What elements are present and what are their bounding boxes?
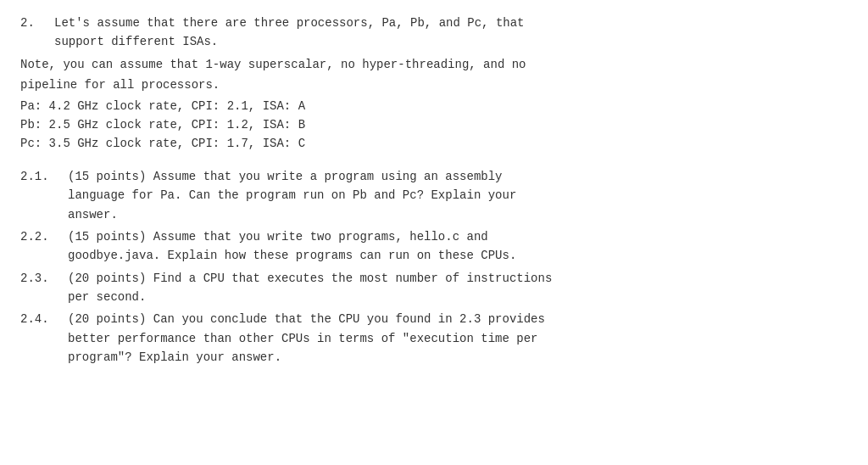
question-2-4: 2.4. (20 points) Can you conclude that t… [20,310,834,367]
q22-number: 2.2. [20,227,68,266]
q24-text: (20 points) Can you conclude that the CP… [68,310,834,367]
note-line1: Note, you can assume that 1-way supersca… [20,55,834,74]
q22-text: (15 points) Assume that you write two pr… [68,227,834,266]
q24-line1: (20 points) Can you conclude that the CP… [68,310,834,328]
q21-number: 2.1. [20,167,68,224]
q21-line2: language for Pa. Can the program run on … [68,186,834,204]
q21-text: (15 points) Assume that you write a prog… [68,167,834,224]
q21-line1: (15 points) Assume that you write a prog… [68,167,834,186]
question-2-3: 2.3. (20 points) Find a CPU that execute… [20,269,834,307]
q22-line1: (15 points) Assume that you write two pr… [68,227,834,246]
q24-line3: program"? Explain your answer. [68,348,834,367]
question-2-1: 2.1. (15 points) Assume that you write a… [20,167,834,224]
q23-text: (20 points) Find a CPU that executes the… [68,269,834,307]
processor-specs: Pa: 4.2 GHz clock rate, CPI: 2.1, ISA: A… [20,97,834,154]
note-line2: pipeline for all processors. [20,76,834,94]
q24-number: 2.4. [20,310,68,367]
q22-line2: goodbye.java. Explain how these programs… [68,246,834,265]
q23-line2: per second. [68,288,834,306]
processor-pc: Pc: 3.5 GHz clock rate, CPI: 1.7, ISA: C [20,134,834,153]
q2-text: Let's assume that there are three proces… [54,14,834,52]
processor-pb: Pb: 2.5 GHz clock rate, CPI: 1.2, ISA: B [20,115,834,134]
processor-pa: Pa: 4.2 GHz clock rate, CPI: 2.1, ISA: A [20,97,834,115]
main-content: 2. Let's assume that there are three pro… [20,14,834,367]
question-2-2: 2.2. (15 points) Assume that you write t… [20,227,834,266]
q24-line2: better performance than other CPUs in te… [68,329,834,348]
q23-number: 2.3. [20,269,68,307]
question-2-header: 2. Let's assume that there are three pro… [20,14,834,52]
q23-line1: (20 points) Find a CPU that executes the… [68,269,834,288]
q2-number: 2. [20,14,54,52]
q2-line2: support different ISAs. [54,32,834,51]
q21-line3: answer. [68,205,834,224]
q2-line1: Let's assume that there are three proces… [54,14,834,32]
